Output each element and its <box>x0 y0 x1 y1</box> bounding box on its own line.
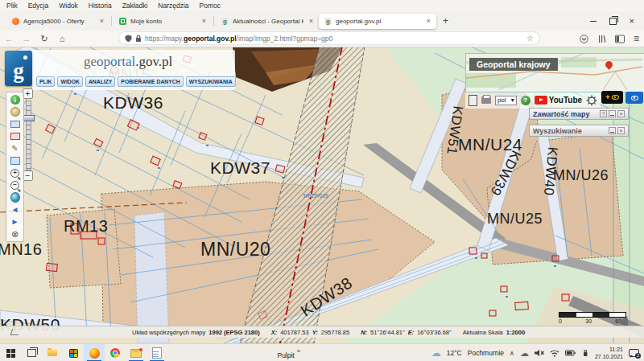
select-extent-icon[interactable] <box>10 133 20 140</box>
accessibility-eye-button[interactable] <box>625 92 643 104</box>
shield-icon[interactable] <box>125 35 132 43</box>
chrome-taskbar-button[interactable] <box>105 344 126 361</box>
geoportal-logo[interactable]: g <box>5 51 32 86</box>
bookmark-star-icon[interactable]: ☆ <box>526 34 534 43</box>
youtube-button[interactable]: YouTube <box>535 96 582 105</box>
x-label: X: <box>271 329 278 336</box>
high-contrast-button[interactable]: + <box>601 91 623 104</box>
tab-close-icon[interactable]: × <box>425 17 431 25</box>
panel-close-button[interactable]: × <box>617 110 625 117</box>
menu-item-pomoc[interactable]: Pomoc <box>200 2 221 10</box>
panel-search[interactable]: Wyszukiwanie × <box>529 125 629 137</box>
print-icon[interactable] <box>481 96 491 104</box>
url-text[interactable]: https://mapy.geoportal.gov.pl/imap/Imgp_… <box>145 35 523 43</box>
previous-view-icon[interactable]: ◄ <box>10 205 20 215</box>
measure-icon[interactable] <box>10 329 21 335</box>
task-view-button[interactable] <box>21 344 42 361</box>
info-icon[interactable]: i <box>10 95 20 105</box>
start-button[interactable] <box>0 344 21 361</box>
tab-agencja[interactable]: Agencja5000 - Oferty × <box>6 14 109 29</box>
volume-muted-icon[interactable] <box>535 349 544 357</box>
tab-aktualnosci[interactable]: g Aktualności - Geoportal Krajowy × <box>216 14 319 29</box>
menu-item-edycja[interactable]: Edycja <box>28 2 49 10</box>
pocket-icon[interactable] <box>580 35 588 43</box>
tray-chevron-icon[interactable]: ∧ <box>510 350 514 357</box>
globe-icon[interactable] <box>10 192 20 203</box>
gp-menu-widok[interactable]: WIDOK <box>57 76 82 87</box>
close-tools-icon[interactable]: ⊗ <box>10 229 20 239</box>
tab-close-icon[interactable]: × <box>308 17 313 25</box>
panel-close-button[interactable]: × <box>617 127 625 134</box>
menu-item-zakladki[interactable]: Zakładki <box>122 2 148 10</box>
draw-icon[interactable]: ✎ <box>10 144 20 154</box>
menu-item-historia[interactable]: Historia <box>89 2 112 10</box>
windows-taskbar: Pulpit » ☁ 12°C Pochmurnie ∧ ☁ <box>0 343 644 361</box>
wifi-icon[interactable] <box>550 349 559 357</box>
scale-tick-30: 30 <box>585 318 592 324</box>
gp-menu-pobieranie[interactable]: POBIERANIE DANYCH <box>118 76 183 87</box>
tab-geoportal-active[interactable]: g geoportal.gov.pl × <box>319 14 436 29</box>
help-button[interactable]: ? <box>521 96 530 105</box>
geoportal-menu: PLIK WIDOK ANALIZY POBIERANIE DANYCH WYS… <box>36 76 236 87</box>
desktop-toolbar[interactable]: Pulpit » <box>277 347 300 359</box>
menu-item-widok[interactable]: Widok <box>59 2 78 10</box>
app-menu-icon[interactable]: ≡ <box>634 33 639 44</box>
folder-icon <box>47 350 57 356</box>
contrast-eye-icon <box>612 95 619 100</box>
sidebar-icon[interactable] <box>615 35 625 43</box>
menu-item-plik[interactable]: Plik <box>6 2 18 10</box>
weather-icon[interactable]: ☁ <box>431 348 441 358</box>
next-view-icon[interactable]: ► <box>10 217 20 227</box>
forward-icon[interactable]: → <box>18 34 35 43</box>
language-value: pol <box>497 96 506 104</box>
full-extent-icon[interactable] <box>10 157 20 165</box>
zoom-out-tool-icon[interactable]: − <box>10 181 19 190</box>
home-icon[interactable]: ⌂ <box>53 34 71 43</box>
window-minimize-icon[interactable] <box>590 21 597 22</box>
panel-help-button[interactable]: ? <box>600 110 607 117</box>
new-tab-button[interactable]: + <box>443 15 448 27</box>
gp-menu-analizy[interactable]: ANALIZY <box>85 76 115 87</box>
identify-icon[interactable] <box>10 107 20 117</box>
language-select[interactable]: pol ▾ <box>495 96 517 105</box>
notes-taskbar-button[interactable] <box>147 344 167 361</box>
window-close-icon[interactable]: × <box>630 16 634 26</box>
page-icon[interactable] <box>469 95 477 106</box>
panel-map-content[interactable]: Zawartość mapy ? × <box>529 108 629 120</box>
tab-moje-konto[interactable]: Moje konto × <box>114 14 212 29</box>
mail-taskbar-button[interactable] <box>126 344 147 361</box>
settings-wheel-icon[interactable] <box>586 95 597 106</box>
reload-icon[interactable]: ↻ <box>35 34 53 44</box>
zoom-slider-handle[interactable] <box>23 115 35 121</box>
gp-menu-plik[interactable]: PLIK <box>36 76 55 87</box>
file-explorer-button[interactable] <box>42 344 63 361</box>
firefox-taskbar-button[interactable] <box>84 344 105 361</box>
notification-button[interactable]: 2 <box>629 348 639 358</box>
weather-condition[interactable]: Pochmurnie <box>468 349 504 357</box>
panel-minimize-button[interactable] <box>609 110 616 117</box>
battery-icon[interactable] <box>565 350 576 356</box>
x-value: 401787.53 <box>280 329 308 336</box>
zoom-in-tool-icon[interactable]: + <box>10 169 19 178</box>
panel-minimize-button[interactable] <box>609 127 616 134</box>
store-button[interactable] <box>63 344 84 361</box>
usb-plug-icon[interactable] <box>581 349 589 357</box>
zoom-slider-track[interactable] <box>26 101 31 170</box>
menu-item-narzedzia[interactable]: Narzędzia <box>158 2 188 10</box>
url-bar[interactable]: https://mapy.geoportal.gov.pl/imap/Imgp_… <box>119 32 539 44</box>
clock[interactable]: 11:21 27.10.2021 <box>595 346 623 361</box>
overview-map[interactable]: Geoportal krajowy <box>465 53 644 92</box>
gp-menu-wyszukiwania[interactable]: WYSZUKIWANIA <box>186 76 236 87</box>
tab-close-icon[interactable]: × <box>200 17 206 25</box>
toolbar-expand-icon[interactable]: » <box>297 347 300 355</box>
select-area-icon[interactable] <box>10 121 20 128</box>
desktop-toolbar-label[interactable]: Pulpit <box>277 347 294 359</box>
library-icon[interactable] <box>597 35 606 43</box>
tab-close-icon[interactable]: × <box>98 17 104 25</box>
weather-temp[interactable]: 12°C <box>447 349 462 357</box>
back-icon[interactable]: ← <box>0 34 18 43</box>
n-label: N: <box>361 329 367 336</box>
crs-value: 1992 (EPSG 2180) <box>208 329 259 336</box>
onedrive-icon[interactable]: ☁ <box>520 349 529 358</box>
window-restore-icon[interactable] <box>609 18 617 25</box>
